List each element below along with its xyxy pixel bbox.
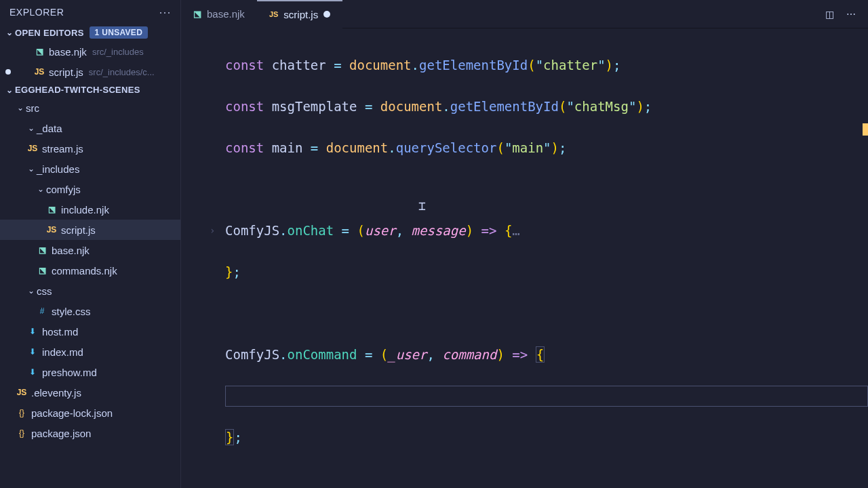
open-editor-item[interactable]: ⬔ base.njk src/_includes <box>0 41 180 62</box>
md-icon: ⬇ <box>26 367 39 377</box>
explorer-title: EXPLORER <box>9 7 64 18</box>
main-area: ⬔ base.njk JS script.js ◫ ⋯ const chatte… <box>181 0 868 488</box>
file-label: include.njk <box>61 204 109 216</box>
tab-label: script.js <box>283 9 318 20</box>
chevron-down-icon: ⌄ <box>26 286 37 296</box>
text-cursor: ⌶ <box>418 196 419 211</box>
file-label: .eleventy.js <box>31 387 81 399</box>
explorer-sidebar: EXPLORER ⋯ ⌄ OPEN EDITORS 1 UNSAVED ⬔ ba… <box>0 0 181 488</box>
file-stylecss[interactable]: # style.css <box>0 301 180 321</box>
json-icon: {} <box>15 428 28 438</box>
njk-icon: ⬔ <box>35 245 49 255</box>
split-editor-icon[interactable]: ◫ <box>825 9 834 20</box>
file-commandsnjk[interactable]: ⬔ commands.njk <box>0 260 180 281</box>
file-label: script.js <box>61 224 96 236</box>
chevron-down-icon: ⌄ <box>35 184 46 194</box>
file-label: stream.js <box>42 143 83 155</box>
chevron-down-icon: ⌄ <box>4 28 15 37</box>
tab-actions: ◫ ⋯ <box>825 9 868 20</box>
folder-data[interactable]: ⌄ _data <box>0 118 180 138</box>
file-label: commands.njk <box>52 265 117 277</box>
chevron-down-icon: ⌄ <box>4 85 15 95</box>
fold-arrow-icon[interactable]: › <box>210 220 215 241</box>
more-icon[interactable]: ⋯ <box>159 5 172 20</box>
file-label: index.md <box>42 346 83 358</box>
chevron-down-icon: ⌄ <box>26 164 37 174</box>
file-pkglock[interactable]: {} package-lock.json <box>0 403 180 423</box>
njk-icon: ⬔ <box>33 47 46 56</box>
dirty-dot-icon <box>5 69 11 75</box>
file-indexmd[interactable]: ⬇ index.md <box>0 342 180 362</box>
file-label: base.njk <box>52 245 90 256</box>
unsaved-badge: 1 UNSAVED <box>90 26 149 39</box>
dirty-dot-icon <box>323 11 330 18</box>
file-name: script.js <box>49 66 83 78</box>
folder-label: comfyjs <box>46 184 81 195</box>
file-path: src/_includes <box>92 47 144 57</box>
file-label: preshow.md <box>42 367 97 378</box>
more-icon[interactable]: ⋯ <box>846 9 856 20</box>
folder-css[interactable]: ⌄ css <box>0 281 180 301</box>
njk-icon: ⬔ <box>45 205 58 214</box>
workspace-label: EGGHEAD-TWITCH-SCENES <box>15 85 140 95</box>
js-icon: JS <box>269 10 278 18</box>
md-icon: ⬇ <box>26 327 39 336</box>
explorer-header: EXPLORER ⋯ <box>0 0 180 24</box>
file-name: base.njk <box>49 46 87 58</box>
js-icon: JS <box>26 144 39 153</box>
open-editor-item[interactable]: JS script.js src/_includes/c... <box>0 62 180 82</box>
active-line-highlight <box>225 386 868 407</box>
folder-includes[interactable]: ⌄ _includes <box>0 159 180 179</box>
md-icon: ⬇ <box>26 347 39 357</box>
njk-icon: ⬔ <box>193 9 201 19</box>
file-streamjs[interactable]: JS stream.js <box>0 138 180 159</box>
workspace-header[interactable]: ⌄ EGGHEAD-TWITCH-SCENES <box>0 82 180 98</box>
minimap-indicator[interactable] <box>863 123 868 136</box>
folder-label: _includes <box>37 163 79 175</box>
code-editor[interactable]: const chatter = document.getElementById(… <box>181 28 868 488</box>
chevron-down-icon: ⌄ <box>26 123 37 133</box>
folder-label: src <box>26 102 39 114</box>
tab-base-njk[interactable]: ⬔ base.njk <box>181 0 257 28</box>
file-label: host.md <box>42 326 78 338</box>
open-editors-header[interactable]: ⌄ OPEN EDITORS 1 UNSAVED <box>0 24 180 41</box>
file-basenjk[interactable]: ⬔ base.njk <box>0 240 180 260</box>
folder-comfyjs[interactable]: ⌄ comfyjs <box>0 179 180 199</box>
file-label: style.css <box>52 306 91 317</box>
folder-label: css <box>37 285 52 297</box>
open-editors-label: OPEN EDITORS <box>15 28 84 38</box>
folder-src[interactable]: ⌄ src <box>0 98 180 118</box>
tab-bar: ⬔ base.njk JS script.js ◫ ⋯ <box>181 0 868 28</box>
css-icon: # <box>35 306 49 316</box>
tab-label: base.njk <box>207 8 245 20</box>
json-icon: {} <box>15 408 28 418</box>
file-preshowmd[interactable]: ⬇ preshow.md <box>0 362 180 382</box>
file-label: package.json <box>31 428 91 439</box>
js-icon: JS <box>33 67 46 77</box>
njk-icon: ⬔ <box>35 266 49 275</box>
file-includenjk[interactable]: ⬔ include.njk <box>0 199 180 220</box>
file-eleventyjs[interactable]: JS .eleventy.js <box>0 382 180 403</box>
chevron-down-icon: ⌄ <box>15 103 26 113</box>
file-label: package-lock.json <box>31 407 113 419</box>
file-scriptjs[interactable]: JS script.js <box>0 220 180 240</box>
file-pkg[interactable]: {} package.json <box>0 423 180 443</box>
js-icon: JS <box>45 225 58 235</box>
file-path: src/_includes/c... <box>89 67 155 77</box>
folder-label: _data <box>37 123 62 134</box>
js-icon: JS <box>15 388 28 397</box>
file-hostmd[interactable]: ⬇ host.md <box>0 321 180 342</box>
tab-script-js[interactable]: JS script.js <box>257 0 342 28</box>
